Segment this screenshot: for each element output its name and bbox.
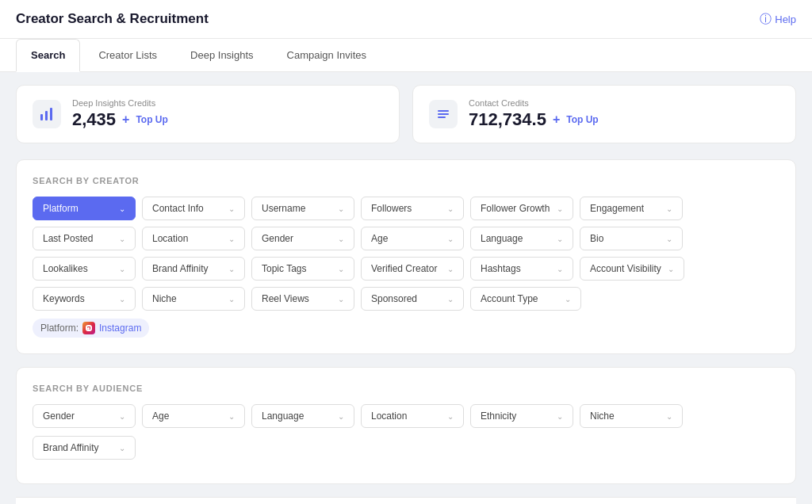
chevron-down-icon: ⌄ bbox=[119, 412, 125, 421]
tab-deep-insights[interactable]: Deep Insights bbox=[175, 39, 269, 72]
filter-language[interactable]: Language ⌄ bbox=[470, 227, 573, 250]
tab-search[interactable]: Search bbox=[16, 39, 80, 72]
platform-instagram-tag[interactable]: Platform: Instagram bbox=[33, 319, 149, 338]
chevron-down-icon: ⌄ bbox=[447, 265, 454, 273]
chevron-down-icon: ⌄ bbox=[119, 265, 125, 273]
audience-filter-grid: Gender ⌄ Age ⌄ Language ⌄ Location ⌄ Eth… bbox=[33, 404, 779, 428]
filter-audience-niche[interactable]: Niche ⌄ bbox=[580, 404, 683, 428]
chevron-down-icon: ⌄ bbox=[228, 204, 235, 213]
filter-followers[interactable]: Followers ⌄ bbox=[361, 197, 464, 220]
filter-location[interactable]: Location ⌄ bbox=[142, 227, 245, 250]
svg-rect-0 bbox=[40, 114, 43, 120]
help-icon: ⓘ bbox=[760, 12, 772, 27]
search-by-creator-section: SEARCH BY CREATOR Platform ⌄ Contact Inf… bbox=[16, 159, 796, 354]
deep-insights-credit-info: Deep Insights Credits 2,435 + Top Up bbox=[72, 98, 383, 130]
filter-audience-location[interactable]: Location ⌄ bbox=[361, 404, 464, 428]
search-creator-title: SEARCH BY CREATOR bbox=[33, 176, 779, 185]
filter-lookalikes[interactable]: Lookalikes ⌄ bbox=[33, 257, 136, 281]
contact-credits-label: Contact Credits bbox=[469, 98, 779, 108]
chevron-down-icon: ⌄ bbox=[447, 295, 454, 304]
svg-rect-2 bbox=[50, 108, 52, 120]
chart-icon bbox=[33, 100, 61, 128]
filter-verified-creator[interactable]: Verified Creator ⌄ bbox=[361, 257, 464, 281]
contact-topup[interactable]: Top Up bbox=[566, 114, 598, 125]
contact-credits-value: 712,734.5 + Top Up bbox=[469, 109, 779, 130]
deep-insights-topup[interactable]: Top Up bbox=[136, 114, 167, 125]
instagram-icon bbox=[82, 322, 95, 334]
filter-audience-ethnicity[interactable]: Ethnicity ⌄ bbox=[470, 404, 573, 428]
platform-tag-value: Instagram bbox=[99, 323, 141, 334]
chevron-down-icon: ⌄ bbox=[119, 295, 125, 304]
chevron-down-icon: ⌄ bbox=[565, 295, 571, 304]
chevron-down-icon: ⌄ bbox=[338, 295, 344, 304]
filter-audience-age[interactable]: Age ⌄ bbox=[142, 404, 245, 428]
chevron-down-icon: ⌄ bbox=[338, 204, 344, 213]
filter-last-posted[interactable]: Last Posted ⌄ bbox=[33, 227, 136, 250]
chevron-down-icon: ⌄ bbox=[338, 235, 344, 243]
credits-row: Deep Insights Credits 2,435 + Top Up bbox=[16, 85, 796, 143]
search-by-audience-section: SEARCH BY AUDIENCE Gender ⌄ Age ⌄ Langua… bbox=[16, 367, 796, 484]
chevron-down-icon: ⌄ bbox=[338, 265, 344, 273]
chevron-down-icon: ⌄ bbox=[228, 235, 235, 243]
filter-niche[interactable]: Niche ⌄ bbox=[142, 287, 245, 311]
filter-engagement[interactable]: Engagement ⌄ bbox=[580, 197, 683, 220]
contact-credits-card: Contact Credits 712,734.5 + Top Up bbox=[412, 85, 796, 143]
tab-creator-lists[interactable]: Creator Lists bbox=[83, 39, 172, 72]
chevron-down-icon: ⌄ bbox=[666, 204, 672, 213]
filter-gender[interactable]: Gender ⌄ bbox=[251, 227, 354, 250]
deep-insights-label: Deep Insights Credits bbox=[72, 98, 383, 108]
chevron-down-icon: ⌄ bbox=[666, 412, 672, 421]
chevron-down-icon: ⌄ bbox=[119, 235, 125, 243]
filter-bio[interactable]: Bio ⌄ bbox=[580, 227, 683, 250]
filter-account-visibility[interactable]: Account Visibility ⌄ bbox=[580, 257, 684, 281]
svg-rect-1 bbox=[45, 111, 48, 120]
filter-topic-tags[interactable]: Topic Tags ⌄ bbox=[251, 257, 354, 281]
chevron-down-icon: ⌄ bbox=[119, 204, 125, 213]
tab-campaign-invites[interactable]: Campaign Invites bbox=[272, 39, 381, 72]
filter-contact-info[interactable]: Contact Info ⌄ bbox=[142, 197, 245, 220]
filter-age[interactable]: Age ⌄ bbox=[361, 227, 464, 250]
active-filters: Platform: Instagram bbox=[33, 319, 779, 338]
filter-account-type[interactable]: Account Type ⌄ bbox=[470, 287, 581, 311]
audience-filter-row2: Brand Affinity ⌄ bbox=[33, 436, 779, 460]
help-link[interactable]: ⓘ Help bbox=[760, 12, 796, 27]
filter-platform[interactable]: Platform ⌄ bbox=[33, 197, 136, 220]
filter-keywords[interactable]: Keywords ⌄ bbox=[33, 287, 136, 311]
filter-brand-affinity[interactable]: Brand Affinity ⌄ bbox=[142, 257, 245, 281]
filter-reel-views[interactable]: Reel Views ⌄ bbox=[251, 287, 354, 311]
filter-username[interactable]: Username ⌄ bbox=[251, 197, 354, 220]
chevron-down-icon: ⌄ bbox=[447, 412, 454, 421]
filter-sponsored[interactable]: Sponsored ⌄ bbox=[361, 287, 464, 311]
chevron-down-icon: ⌄ bbox=[447, 235, 454, 243]
filter-follower-growth[interactable]: Follower Growth ⌄ bbox=[470, 197, 573, 220]
search-audience-title: SEARCH BY AUDIENCE bbox=[33, 384, 779, 393]
chevron-down-icon: ⌄ bbox=[668, 265, 674, 273]
filter-audience-brand-affinity[interactable]: Brand Affinity ⌄ bbox=[33, 436, 136, 460]
chevron-down-icon: ⌄ bbox=[557, 412, 563, 421]
page-title: Creator Search & Recruitment bbox=[16, 11, 209, 27]
deep-insights-credit-card: Deep Insights Credits 2,435 + Top Up bbox=[16, 85, 400, 143]
chevron-down-icon: ⌄ bbox=[557, 204, 563, 213]
chevron-down-icon: ⌄ bbox=[228, 295, 235, 304]
filter-hashtags[interactable]: Hashtags ⌄ bbox=[470, 257, 573, 281]
results-bottom-bar: + Add to List Total Results: 131m Defaul… bbox=[16, 497, 796, 504]
tabs-bar: Search Creator Lists Deep Insights Campa… bbox=[0, 39, 812, 72]
chevron-down-icon: ⌄ bbox=[557, 235, 563, 243]
list-icon bbox=[429, 100, 458, 128]
platform-tag-label: Platform: bbox=[40, 323, 79, 334]
chevron-down-icon: ⌄ bbox=[666, 235, 672, 243]
chevron-down-icon: ⌄ bbox=[228, 265, 235, 273]
chevron-down-icon: ⌄ bbox=[119, 444, 125, 452]
filter-audience-gender[interactable]: Gender ⌄ bbox=[33, 404, 136, 428]
creator-filter-grid: Platform ⌄ Contact Info ⌄ Username ⌄ Fol… bbox=[33, 197, 779, 311]
deep-insights-value: 2,435 + Top Up bbox=[72, 109, 383, 130]
chevron-down-icon: ⌄ bbox=[557, 265, 563, 273]
filter-audience-language[interactable]: Language ⌄ bbox=[251, 404, 354, 428]
chevron-down-icon: ⌄ bbox=[338, 412, 344, 421]
contact-credits-info: Contact Credits 712,734.5 + Top Up bbox=[469, 98, 779, 130]
chevron-down-icon: ⌄ bbox=[228, 412, 235, 421]
chevron-down-icon: ⌄ bbox=[447, 204, 454, 213]
help-label: Help bbox=[775, 13, 796, 25]
